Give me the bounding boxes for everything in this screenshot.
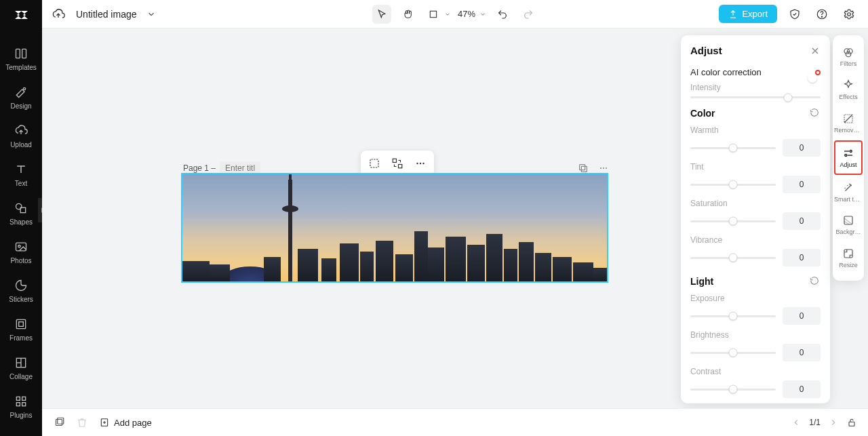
settings-icon[interactable] — [840, 5, 859, 24]
chevron-down-icon — [479, 11, 486, 18]
rail-item-background[interactable]: Backgr… — [834, 209, 863, 241]
brightness-slider[interactable] — [690, 352, 776, 354]
stickers-icon — [14, 278, 28, 293]
sidebar-item-plugins[interactable]: Plugins — [0, 387, 42, 426]
ai-color-label: AI color correction — [690, 67, 762, 77]
sidebar-item-design[interactable]: Design — [0, 78, 42, 117]
light-section-title: Light — [690, 276, 713, 287]
page-counter: 1/1 — [809, 418, 821, 427]
saturation-value[interactable]: 0 — [783, 212, 821, 230]
color-section-title: Color — [690, 108, 715, 119]
cloud-sync-icon[interactable] — [52, 7, 65, 21]
exposure-value[interactable]: 0 — [783, 307, 821, 325]
zoom-value: 47% — [458, 9, 475, 19]
svg-rect-1 — [22, 49, 26, 58]
rail-item-adjust[interactable]: Adjust — [834, 140, 863, 175]
templates-icon — [14, 46, 28, 61]
add-page-icon — [99, 417, 110, 428]
tint-value[interactable]: 0 — [783, 176, 821, 193]
ai-toggle-highlight — [815, 70, 821, 75]
remove-bg-icon — [842, 112, 855, 125]
lock-icon[interactable] — [846, 417, 857, 428]
export-button[interactable]: Export — [719, 5, 777, 23]
layers-icon[interactable] — [53, 416, 65, 429]
select-tool-button[interactable] — [372, 5, 391, 24]
design-icon — [14, 85, 28, 100]
warmth-slider[interactable] — [690, 147, 776, 149]
sidebar-item-label: Design — [10, 102, 31, 110]
sidebar-item-text[interactable]: Text — [0, 155, 42, 194]
hand-tool-button[interactable] — [398, 5, 417, 24]
undo-button[interactable] — [493, 5, 512, 24]
saturation-slider[interactable] — [690, 220, 776, 222]
crop-icon[interactable] — [363, 153, 385, 174]
help-icon[interactable] — [812, 5, 831, 24]
sidebar-item-recent[interactable] — [0, 426, 42, 436]
add-page-button[interactable]: Add page — [99, 417, 152, 428]
brightness-value[interactable]: 0 — [783, 344, 821, 361]
redo-button[interactable] — [519, 5, 538, 24]
svg-rect-19 — [370, 159, 378, 167]
zoom-level[interactable]: 47% — [458, 9, 486, 19]
skyline-shape — [182, 241, 607, 281]
svg-rect-8 — [19, 322, 24, 327]
tint-slider[interactable] — [690, 184, 776, 186]
rail-item-remove-bg[interactable]: Remove backgr… — [834, 107, 863, 139]
rail-item-resize[interactable]: Resize — [834, 242, 863, 274]
sidebar-item-upload[interactable]: Upload — [0, 117, 42, 155]
rail-item-filters[interactable]: Filters — [834, 41, 863, 73]
shield-icon[interactable] — [785, 5, 804, 24]
rail-label: Smart tools — [834, 197, 863, 203]
export-icon — [728, 9, 738, 19]
replace-icon[interactable] — [387, 153, 408, 174]
svg-rect-41 — [849, 422, 854, 426]
document-title[interactable]: Untitled image — [76, 9, 137, 20]
svg-point-17 — [821, 16, 822, 17]
svg-rect-12 — [16, 403, 20, 406]
exposure-label: Exposure — [690, 294, 821, 303]
sidebar-item-templates[interactable]: Templates — [0, 39, 42, 78]
top-bar: Untitled image 47% Export — [42, 0, 868, 28]
reset-light-icon[interactable] — [810, 276, 821, 287]
vibrance-slider[interactable] — [690, 257, 776, 259]
next-page-icon[interactable] — [829, 418, 838, 427]
contrast-slider[interactable] — [690, 389, 776, 391]
svg-point-34 — [850, 150, 852, 152]
crop-dropdown-caret[interactable] — [444, 11, 451, 18]
rail-item-effects[interactable]: Effects — [834, 74, 863, 106]
reset-color-icon[interactable] — [810, 108, 821, 119]
crop-tool-button[interactable] — [424, 5, 443, 24]
sidebar-item-label: Upload — [10, 141, 32, 148]
page-label: Page 1 – — [183, 163, 216, 173]
intensity-slider[interactable] — [690, 96, 821, 98]
rail-item-smart-tools[interactable]: Smart tools — [834, 176, 863, 208]
exposure-slider[interactable] — [690, 315, 776, 317]
svg-point-24 — [422, 163, 424, 164]
adjust-icon — [842, 146, 855, 160]
canvas-image[interactable] — [181, 173, 608, 283]
contrast-label: Contrast — [690, 367, 821, 376]
sidebar-item-collage[interactable]: Collage — [0, 349, 42, 387]
rail-label: Filters — [840, 61, 857, 68]
sidebar-item-frames[interactable]: Frames — [0, 310, 42, 349]
sidebar-item-photos[interactable]: Photos — [0, 233, 42, 271]
svg-rect-37 — [844, 250, 852, 258]
svg-rect-20 — [393, 159, 396, 162]
sidebar-item-stickers[interactable]: Stickers — [0, 271, 42, 310]
brightness-label: Brightness — [690, 330, 821, 340]
app-logo[interactable] — [12, 7, 31, 23]
vibrance-value[interactable]: 0 — [783, 249, 821, 266]
sidebar-item-shapes[interactable]: Shapes — [0, 194, 42, 233]
delete-icon — [76, 416, 88, 429]
vibrance-label: Vibrance — [690, 235, 821, 245]
svg-rect-39 — [58, 418, 64, 424]
collage-icon — [14, 355, 28, 370]
prev-page-icon[interactable] — [791, 418, 801, 427]
close-icon[interactable] — [810, 45, 821, 56]
svg-rect-13 — [22, 403, 26, 406]
title-dropdown-caret[interactable] — [146, 9, 156, 19]
sidebar-item-label: Templates — [5, 64, 37, 71]
warmth-value[interactable]: 0 — [783, 139, 821, 157]
contrast-value[interactable]: 0 — [783, 380, 821, 398]
more-icon[interactable] — [410, 153, 431, 174]
